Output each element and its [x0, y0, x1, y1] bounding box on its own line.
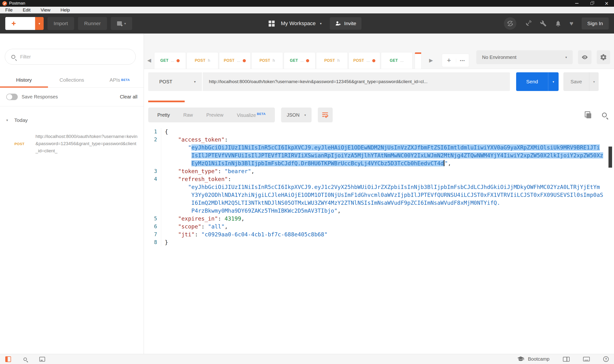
menu-file[interactable]: File — [5, 7, 13, 13]
scroll-tabs-right-button[interactable]: ▶ — [426, 54, 436, 67]
titlebar: Postman × — [0, 0, 614, 7]
main-toolbar: New ▾ Import Runner ▾ My Workspace ▾ Inv… — [0, 13, 614, 34]
tab-apis[interactable]: APIsBETA — [96, 72, 144, 87]
code-line[interactable]: "refresh_token": — [161, 175, 231, 183]
menu-help[interactable]: Help — [60, 7, 70, 13]
bootcamp-button[interactable]: Bootcamp — [517, 356, 549, 362]
request-tab[interactable]: POST... — [349, 52, 380, 69]
code-line[interactable]: "access_token": — [161, 136, 228, 144]
request-tab[interactable]: POSTh — [187, 52, 218, 69]
toggle-sidebar-icon[interactable] — [5, 356, 11, 362]
code-line[interactable]: P4rzBkwmy0Mha9DY69ZAKz5THmIBKWc2D5mAV3TI… — [161, 207, 341, 215]
code-line[interactable]: "eyJhbGciOiJIUzI1NiIsInR5cCI6IkpXVCJ9.ey… — [161, 144, 600, 152]
workspace-switcher[interactable]: My Workspace ▾ Invite — [269, 17, 362, 30]
filter-box[interactable] — [5, 49, 136, 65]
view-pretty[interactable]: Pretty — [151, 112, 177, 118]
favorites-button[interactable]: ♥ — [570, 20, 573, 27]
code-line[interactable]: "jti": "c0929aa0-6c04-4cb1-bf7c-688e405c… — [161, 231, 328, 238]
menu-view[interactable]: View — [41, 7, 50, 13]
url-input[interactable] — [203, 72, 510, 91]
code-line[interactable]: } — [161, 238, 168, 247]
search-response-button[interactable] — [602, 113, 607, 117]
save-responses-toggle[interactable] — [6, 94, 18, 100]
code-line[interactable]: IsIlJPTEVfVVNFUiIsIlJPTEVfT1RIRVIiXSwian… — [161, 152, 603, 159]
statusbar-left — [5, 356, 45, 362]
environment-selector[interactable]: No Environment ▾ — [476, 50, 573, 64]
view-visualize[interactable]: VisualizeBETA — [230, 112, 272, 118]
runner-button[interactable]: Runner — [78, 17, 107, 30]
find-replace-icon[interactable] — [24, 358, 27, 361]
line-number: 3 — [144, 167, 161, 175]
wrench-icon — [540, 20, 547, 27]
request-row: POST ▾ Send ▾ Save ▾ — [148, 72, 599, 91]
toolbar-right: ♥ Sign In — [504, 17, 609, 30]
two-pane-view-icon[interactable] — [563, 357, 570, 362]
workspace-grid-icon — [269, 21, 275, 26]
wrap-text-button[interactable] — [318, 107, 333, 122]
request-tab[interactable]: GET... — [381, 52, 412, 69]
sign-in-button[interactable]: Sign In — [582, 17, 609, 29]
today-section-header[interactable]: ▾ Today — [6, 117, 28, 123]
tab-collections-label: Collections — [59, 77, 84, 83]
new-window-button[interactable]: ▾ — [111, 17, 132, 30]
search-icon — [11, 55, 15, 59]
menu-edit[interactable]: Edit — [23, 7, 31, 13]
code-row: "eyJhbGciOiJIUzI1NiIsInR5cCI6IkpXVCJ9.ey… — [144, 144, 607, 152]
scroll-tabs-left-button[interactable]: ◀ — [144, 52, 154, 69]
code-line[interactable]: { — [161, 128, 168, 136]
console-icon[interactable] — [39, 357, 45, 362]
response-language-selector[interactable]: JSON ▾ — [281, 107, 312, 122]
new-button-main[interactable]: New — [5, 17, 35, 30]
new-button[interactable]: New ▾ — [5, 17, 44, 30]
history-item[interactable]: POST http://localhost:8000/oauth/token?u… — [14, 133, 138, 155]
code-row: 1{ — [144, 128, 607, 136]
sync-disabled-button[interactable] — [504, 17, 516, 30]
filter-input[interactable] — [20, 54, 126, 60]
code-line[interactable]: "token_type": "bearer", — [161, 167, 254, 175]
request-tab[interactable]: POST... — [219, 52, 251, 69]
new-dropdown-arrow[interactable]: ▾ — [35, 17, 44, 30]
code-row: 7 "jti": "c0929aa0-6c04-4cb1-bf7c-688e40… — [144, 231, 607, 238]
chevron-down-icon: ▾ — [593, 80, 595, 84]
code-line[interactable]: EyMzQ1NiIsInNjb3BlIjpbImFsbCJdfQ.Dr8HU6T… — [161, 159, 451, 167]
code-line[interactable]: Y3Yy02ODhlNDA1YzhiNjgiLCJleHAiOjE1ODM1OT… — [161, 191, 603, 199]
code-line[interactable]: I6ImQ2MDlkM2Q5LTI3NTktNDJlNS05OTMxLWU3ZW… — [161, 199, 500, 207]
send-options-button[interactable]: ▾ — [548, 72, 558, 91]
view-raw[interactable]: Raw — [177, 112, 199, 118]
copy-response-button[interactable] — [585, 111, 591, 118]
environment-settings-button[interactable] — [597, 50, 610, 64]
restore-button[interactable] — [584, 0, 599, 7]
code-line[interactable]: "scope": "all", — [161, 223, 228, 231]
save-button[interactable]: Save — [563, 72, 589, 91]
import-label: Import — [54, 21, 68, 26]
open-new-tab-button[interactable]: + — [442, 57, 456, 64]
tab-collections[interactable]: Collections — [48, 72, 96, 87]
minimize-button[interactable] — [569, 0, 584, 7]
invite-button[interactable]: Invite — [330, 17, 362, 30]
scrollbar-thumb[interactable] — [609, 147, 612, 168]
request-tab[interactable]: GET... — [154, 52, 186, 69]
keyboard-shortcuts-icon[interactable] — [583, 357, 590, 361]
send-button[interactable]: Send — [516, 72, 548, 91]
import-button[interactable]: Import — [47, 17, 74, 30]
tab-options-button[interactable]: ••• — [456, 59, 469, 62]
send-button-group: Send ▾ — [516, 72, 558, 91]
environment-quicklook-button[interactable] — [578, 50, 591, 64]
close-button[interactable]: × — [599, 0, 614, 7]
code-line[interactable]: "expires_in": 43199, — [161, 215, 244, 223]
save-options-button[interactable]: ▾ — [589, 72, 599, 91]
view-preview[interactable]: Preview — [199, 112, 230, 118]
method-selector[interactable]: POST ▾ — [148, 72, 202, 91]
code-line[interactable]: "eyJhbGciOiJIUzI1NiIsInR5cCI6IkpXVCJ9.ey… — [161, 183, 600, 191]
request-tab-partial[interactable] — [415, 52, 421, 69]
settings-wrench-button[interactable] — [540, 20, 547, 27]
request-tab[interactable]: POSTh — [251, 52, 283, 69]
tab-history[interactable]: History — [0, 72, 48, 87]
code-row: 4 "refresh_token": — [144, 175, 607, 183]
clear-all-link[interactable]: Clear all — [120, 94, 138, 100]
request-tab[interactable]: GET... — [284, 52, 315, 69]
notifications-button[interactable] — [555, 20, 561, 27]
release-notes-button[interactable] — [525, 20, 532, 27]
help-icon[interactable]: ? — [603, 356, 609, 362]
request-tab[interactable]: POSTh — [316, 52, 348, 69]
